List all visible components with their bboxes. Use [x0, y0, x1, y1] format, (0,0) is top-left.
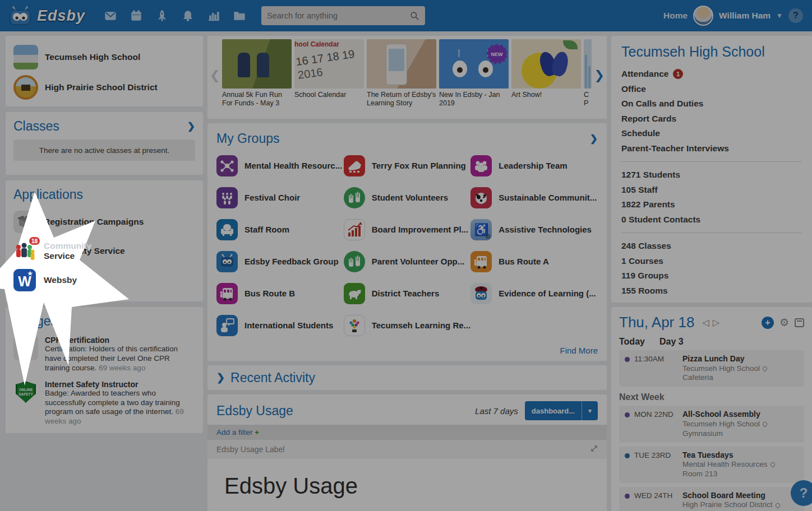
- app-item-community-service-highlight[interactable]: 18 Community Service: [13, 236, 91, 266]
- community-people-icon: 18: [13, 240, 36, 262]
- websby-icon: W ★: [13, 269, 36, 291]
- community-service-badge: 18: [28, 236, 41, 246]
- star-icon: ★: [27, 270, 33, 277]
- edsby-dashboard: Edsby Home: [0, 0, 812, 511]
- app-item-websby-highlight[interactable]: W ★ Websby: [13, 266, 77, 295]
- spotlight-star: [0, 185, 157, 409]
